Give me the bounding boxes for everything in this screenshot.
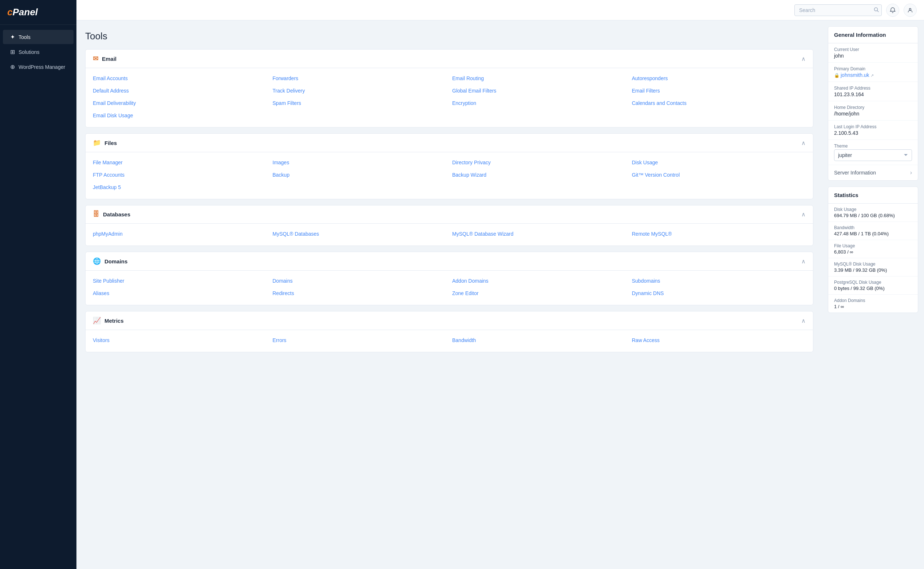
sidebar-item-solutions[interactable]: ⊞ Solutions	[3, 45, 74, 59]
svg-point-2	[909, 8, 911, 10]
shared-ip-row: Shared IP Address 101.23.9.164	[828, 82, 918, 101]
email-section-header[interactable]: ✉ Email ∧	[86, 50, 813, 68]
link-backup-wizard[interactable]: Backup Wizard	[452, 170, 626, 179]
main-content: Tools ✉ Email ∧ Email Accounts Forwarder…	[76, 20, 822, 569]
theme-label: Theme	[834, 143, 912, 149]
link-subdomains[interactable]: Subdomains	[632, 277, 806, 285]
link-spam-filters[interactable]: Spam Filters	[273, 99, 447, 108]
stat-addon-domains: Addon Domains 1 / ∞	[828, 295, 918, 313]
search-input[interactable]	[794, 5, 882, 16]
shared-ip-label: Shared IP Address	[834, 85, 912, 91]
email-section-title: Email	[102, 56, 117, 62]
search-button[interactable]	[874, 7, 879, 13]
domains-section: 🌐 Domains ∧ Site Publisher Domains Addon…	[85, 252, 813, 305]
files-icon: 📁	[93, 139, 101, 147]
link-email-disk-usage[interactable]: Email Disk Usage	[93, 111, 267, 120]
link-redirects[interactable]: Redirects	[273, 289, 447, 298]
databases-icon: 🗄	[93, 210, 99, 218]
files-section-header[interactable]: 📁 Files ∧	[86, 134, 813, 152]
link-visitors[interactable]: Visitors	[93, 336, 267, 345]
link-aliases[interactable]: Aliases	[93, 289, 267, 298]
link-addon-domains[interactable]: Addon Domains	[452, 277, 626, 285]
server-info-label: Server Information	[834, 170, 876, 176]
link-remote-mysql[interactable]: Remote MySQL®	[632, 230, 806, 238]
primary-domain-link[interactable]: johnsmith.uk	[841, 72, 869, 78]
metrics-section-header[interactable]: 📈 Metrics ∧	[86, 312, 813, 330]
link-default-address[interactable]: Default Address	[93, 86, 267, 95]
tools-icon: ✦	[10, 33, 15, 40]
link-global-email-filters[interactable]: Global Email Filters	[452, 86, 626, 95]
link-mysql-databases[interactable]: MySQL® Databases	[273, 230, 447, 238]
email-section-body: Email Accounts Forwarders Email Routing …	[86, 68, 813, 127]
primary-domain-value: 🔒johnsmith.uk↗	[834, 72, 912, 78]
stat-addon-domains-value: 1 / ∞	[834, 304, 912, 309]
metrics-section: 📈 Metrics ∧ Visitors Errors Bandwidth Ra…	[85, 311, 813, 352]
link-ftp-accounts[interactable]: FTP Accounts	[93, 170, 267, 179]
link-errors[interactable]: Errors	[273, 336, 447, 345]
link-bandwidth[interactable]: Bandwidth	[452, 336, 626, 345]
domains-section-header[interactable]: 🌐 Domains ∧	[86, 252, 813, 271]
link-images[interactable]: Images	[273, 158, 447, 167]
last-login-label: Last Login IP Address	[834, 124, 912, 129]
files-section: 📁 Files ∧ File Manager Images Directory …	[85, 133, 813, 199]
primary-domain-row: Primary Domain 🔒johnsmith.uk↗	[828, 62, 918, 82]
link-mysql-database-wizard[interactable]: MySQL® Database Wizard	[452, 230, 626, 238]
user-button[interactable]	[904, 4, 917, 17]
metrics-section-title: Metrics	[105, 318, 124, 324]
stat-disk-usage-value: 694.79 MB / 100 GB (0.68%)	[834, 213, 912, 218]
link-track-delivery[interactable]: Track Delivery	[273, 86, 447, 95]
databases-section-header[interactable]: 🗄 Databases ∧	[86, 205, 813, 224]
statistics-title: Statistics	[828, 187, 918, 204]
link-disk-usage[interactable]: Disk Usage	[632, 158, 806, 167]
link-email-routing[interactable]: Email Routing	[452, 74, 626, 83]
link-encryption[interactable]: Encryption	[452, 99, 626, 108]
stat-file-usage-label: File Usage	[834, 243, 912, 248]
stat-postgresql-disk-label: PostgreSQL Disk Usage	[834, 280, 912, 285]
stat-bandwidth-value: 427.48 MB / 1 TB (0.04%)	[834, 231, 912, 236]
link-email-accounts[interactable]: Email Accounts	[93, 74, 267, 83]
metrics-section-body: Visitors Errors Bandwidth Raw Access	[86, 330, 813, 352]
page-title: Tools	[85, 30, 813, 42]
current-user-label: Current User	[834, 47, 912, 52]
link-raw-access[interactable]: Raw Access	[632, 336, 806, 345]
general-info-card: General Information Current User john Pr…	[828, 26, 918, 181]
server-info-row[interactable]: Server Information ›	[828, 165, 918, 180]
link-autoresponders[interactable]: Autoresponders	[632, 74, 806, 83]
link-email-deliverability[interactable]: Email Deliverability	[93, 99, 267, 108]
link-jetbackup[interactable]: JetBackup 5	[93, 183, 267, 192]
databases-section-chevron: ∧	[801, 211, 806, 218]
databases-section: 🗄 Databases ∧ phpMyAdmin MySQL® Database…	[85, 205, 813, 246]
databases-links-grid: phpMyAdmin MySQL® Databases MySQL® Datab…	[93, 230, 806, 238]
link-calendars-contacts[interactable]: Calendars and Contacts	[632, 99, 806, 108]
last-login-row: Last Login IP Address 2.100.5.43	[828, 120, 918, 140]
search-wrap	[794, 5, 882, 16]
link-backup[interactable]: Backup	[273, 170, 447, 179]
home-dir-row: Home Directory /home/john	[828, 101, 918, 120]
link-domains[interactable]: Domains	[273, 277, 447, 285]
link-file-manager[interactable]: File Manager	[93, 158, 267, 167]
theme-row: Theme jupiter paper_lantern	[828, 140, 918, 165]
sidebar: cPanel ✦ Tools ⊞ Solutions ⊕ WordPress M…	[0, 0, 76, 569]
general-info-title: General Information	[828, 27, 918, 43]
email-section-chevron: ∧	[801, 55, 806, 62]
link-phpmyadmin[interactable]: phpMyAdmin	[93, 230, 267, 238]
domains-section-title: Domains	[105, 258, 127, 265]
link-dynamic-dns[interactable]: Dynamic DNS	[632, 289, 806, 298]
metrics-section-chevron: ∧	[801, 317, 806, 324]
theme-select[interactable]: jupiter paper_lantern	[834, 149, 912, 161]
link-forwarders[interactable]: Forwarders	[273, 74, 447, 83]
link-site-publisher[interactable]: Site Publisher	[93, 277, 267, 285]
link-zone-editor[interactable]: Zone Editor	[452, 289, 626, 298]
sidebar-item-tools[interactable]: ✦ Tools	[3, 30, 74, 44]
notifications-button[interactable]	[886, 4, 899, 17]
sidebar-nav: ✦ Tools ⊞ Solutions ⊕ WordPress Manager	[0, 25, 76, 79]
shared-ip-value: 101.23.9.164	[834, 91, 912, 97]
sidebar-item-wordpress[interactable]: ⊕ WordPress Manager	[3, 60, 74, 74]
files-links-grid: File Manager Images Directory Privacy Di…	[93, 158, 806, 192]
home-dir-value: /home/john	[834, 111, 912, 117]
sidebar-item-label: Solutions	[18, 49, 40, 55]
link-git-version-control[interactable]: Git™ Version Control	[632, 170, 806, 179]
link-directory-privacy[interactable]: Directory Privacy	[452, 158, 626, 167]
stat-postgresql-disk: PostgreSQL Disk Usage 0 bytes / 99.32 GB…	[828, 277, 918, 295]
link-email-filters[interactable]: Email Filters	[632, 86, 806, 95]
